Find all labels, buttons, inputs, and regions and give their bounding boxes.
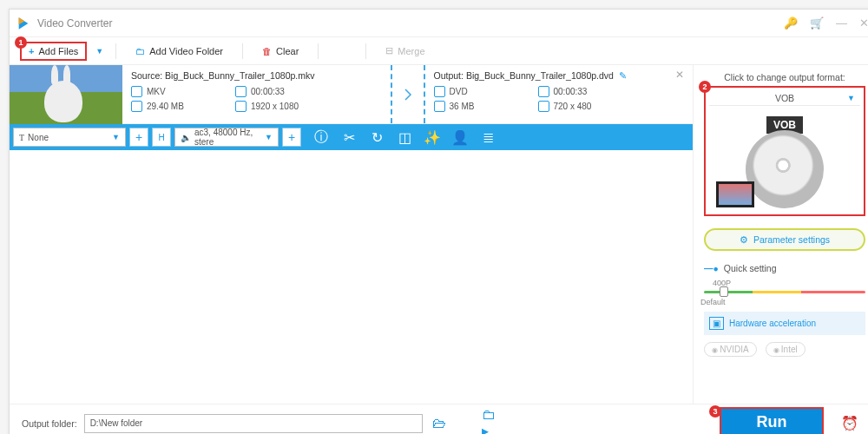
run-button[interactable]: Run: [720, 407, 824, 434]
trash-icon: 🗑: [262, 46, 272, 56]
resolution-icon: [235, 101, 247, 112]
schedule-button[interactable]: ⏰: [841, 415, 858, 431]
hardware-accel-label: Hardware acceleration: [729, 319, 816, 328]
format-name: VOB: [775, 93, 794, 103]
clear-button[interactable]: 🗑 Clear: [255, 43, 306, 59]
step-badge-1: 1: [15, 36, 27, 49]
disc-icon: [746, 130, 824, 208]
file-row: Source: Big_Buck_Bunny_Trailer_1080p.mkv…: [10, 65, 693, 124]
merge-icon: ⊟: [385, 45, 393, 56]
output-label: Output:: [434, 70, 464, 81]
parameter-settings-button[interactable]: ⚙ Parameter settings: [704, 228, 865, 251]
quality-slider[interactable]: 400P Default: [704, 282, 865, 299]
output-format-selector[interactable]: 2 VOB ▼ VOB: [704, 86, 865, 216]
src-resolution: 1920 x 1080: [251, 102, 299, 111]
bottom-bar: Output folder: 🗁 🗀▸ 3 Run ⏰: [10, 404, 868, 434]
slider-thumb[interactable]: [720, 286, 728, 297]
merge-label: Merge: [398, 46, 424, 56]
gpu-intel: ◉ Intel: [766, 342, 806, 357]
add-files-dropdown-icon[interactable]: ▼: [95, 47, 103, 56]
add-audio-button[interactable]: +: [282, 128, 301, 147]
watermark-icon[interactable]: 👤: [452, 129, 468, 145]
parameter-settings-label: Parameter settings: [753, 234, 830, 245]
source-filename: Big_Buck_Bunny_Trailer_1080p.mkv: [165, 70, 314, 81]
out-format: DVD: [450, 87, 468, 96]
close-button[interactable]: ✕: [859, 16, 868, 30]
src-format: MKV: [147, 87, 166, 96]
resolution-icon: [538, 101, 549, 112]
merge-button[interactable]: ⊟ Merge: [378, 43, 431, 59]
subtitle-track-select[interactable]: T None ▼: [13, 128, 126, 147]
file-list: Source: Big_Buck_Bunny_Trailer_1080p.mkv…: [10, 65, 694, 404]
app-window: Video Converter 🔑 🛒 — ✕ 1 + Add Files ▼ …: [9, 9, 868, 434]
add-folder-label: Add Video Folder: [149, 46, 223, 56]
output-folder-input[interactable]: [84, 414, 423, 433]
film-icon: [716, 181, 754, 207]
cart-icon[interactable]: 🛒: [810, 16, 824, 30]
slider-default-label: Default: [700, 298, 726, 306]
upgrade-icon[interactable]: 🔑: [784, 16, 798, 30]
separator: [318, 43, 319, 59]
info-icon[interactable]: ⓘ: [313, 129, 329, 145]
right-panel: Click to change output format: 2 VOB ▼ V…: [694, 65, 868, 404]
gpu-badges: ◉ NVIDIA ◉ Intel: [704, 342, 865, 357]
app-title: Video Converter: [37, 17, 784, 30]
crop-icon[interactable]: ◫: [397, 129, 412, 145]
out-resolution: 720 x 480: [554, 102, 592, 111]
sliders-icon: ⚙: [740, 234, 748, 245]
remove-file-button[interactable]: ✕: [675, 69, 684, 81]
plus-icon: +: [29, 46, 34, 56]
out-size: 36 MB: [450, 102, 475, 111]
speaker-icon: 🔈: [181, 133, 191, 142]
clear-label: Clear: [276, 46, 299, 56]
clock-icon: [235, 86, 247, 97]
src-duration: 00:00:33: [251, 87, 285, 96]
source-label: Source:: [131, 70, 162, 81]
format-icon: [434, 86, 445, 97]
add-files-button[interactable]: 1 + Add Files: [20, 42, 87, 61]
output-folder-label: Output folder:: [22, 418, 77, 429]
add-folder-button[interactable]: 🗀 Add Video Folder: [128, 43, 230, 59]
folder-icon: [131, 101, 142, 112]
format-icon: [131, 86, 142, 97]
toolbar: 1 + Add Files ▼ 🗀 Add Video Folder 🗑 Cle…: [10, 37, 868, 65]
src-size: 29.40 MB: [147, 102, 184, 111]
subtitle-edit-icon[interactable]: ≣: [480, 129, 496, 145]
video-thumbnail[interactable]: [10, 65, 122, 124]
separator: [365, 43, 366, 59]
effects-icon[interactable]: ✨: [424, 129, 440, 145]
audio-track-select[interactable]: 🔈 ac3, 48000 Hz, stere ▼: [174, 128, 279, 147]
add-files-label: Add Files: [38, 46, 78, 56]
output-info: ✕ Output: Big_Buck_Bunny_Trailer_1080p.d…: [425, 65, 694, 123]
format-hint: Click to change output format:: [704, 72, 865, 82]
edit-output-icon[interactable]: ✎: [619, 70, 627, 81]
app-logo-icon: [16, 16, 30, 30]
chip-icon: ▣: [709, 317, 724, 330]
quick-setting: —●Quick setting 400P Default: [704, 263, 865, 299]
folder-icon: [434, 101, 445, 112]
add-subtitle-button[interactable]: +: [129, 128, 148, 147]
audio-track-value: ac3, 48000 Hz, stere: [194, 128, 265, 147]
chevron-down-icon: ▼: [112, 133, 120, 141]
subtitle-track-value: None: [28, 133, 49, 142]
rotate-icon[interactable]: ↻: [369, 129, 385, 145]
convert-arrow: [391, 65, 425, 123]
subtitle-settings-button[interactable]: H: [152, 128, 171, 147]
titlebar: Video Converter 🔑 🛒 — ✕: [10, 10, 868, 37]
hardware-accel-button[interactable]: ▣ Hardware acceleration: [704, 312, 865, 335]
source-info: Source: Big_Buck_Bunny_Trailer_1080p.mkv…: [122, 65, 391, 123]
cut-icon[interactable]: ✂: [341, 129, 357, 145]
open-output-button[interactable]: 🗀▸: [482, 414, 501, 433]
run-label: Run: [757, 413, 787, 431]
separator: [115, 43, 116, 59]
out-duration: 00:00:33: [554, 87, 588, 96]
browse-folder-button[interactable]: 🗁: [430, 414, 449, 433]
chevron-down-icon: ▼: [265, 133, 273, 141]
output-filename: Big_Buck_Bunny_Trailer_1080p.dvd: [466, 70, 614, 81]
clock-icon: [538, 86, 549, 97]
minimize-button[interactable]: —: [836, 16, 847, 30]
text-icon: T: [19, 133, 24, 142]
folder-icon: 🗀: [135, 46, 145, 56]
chevron-down-icon: ▼: [847, 94, 855, 102]
gpu-nvidia: ◉ NVIDIA: [704, 342, 757, 357]
